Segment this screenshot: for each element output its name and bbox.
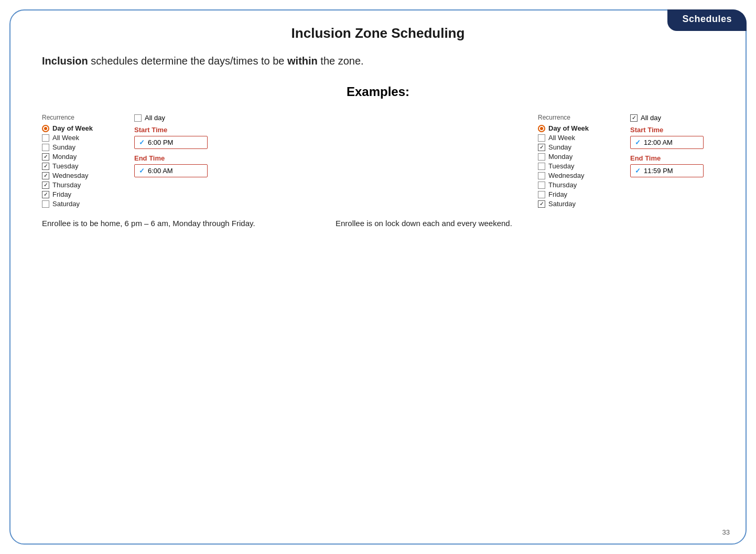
example1-option-all-week[interactable]: All Week: [42, 134, 126, 142]
example1-label-all-week: All Week: [52, 134, 79, 142]
example1-allday-row: All day: [134, 114, 218, 122]
example2-option-sunday[interactable]: Sunday: [538, 143, 622, 151]
example2-checkbox-sunday: [538, 144, 545, 151]
example1-end-time-value: 6:00 AM: [148, 167, 173, 175]
example1-checkbox-thursday: [42, 182, 49, 189]
example2-option-tuesday[interactable]: Tuesday: [538, 162, 622, 170]
example1-end-time-field[interactable]: ✓ 6:00 AM: [134, 164, 208, 177]
example2-option-monday[interactable]: Monday: [538, 153, 622, 161]
example2-label-thursday: Thursday: [548, 181, 577, 189]
example1-option-monday[interactable]: Monday: [42, 153, 126, 161]
example2-end-time-field[interactable]: ✓ 11:59 PM: [630, 164, 704, 177]
examples-heading: Examples:: [10, 84, 746, 99]
example1-label-monday: Monday: [52, 153, 77, 161]
example1-label-friday: Friday: [52, 190, 71, 198]
example2-option-saturday[interactable]: Saturday: [538, 200, 622, 208]
example2-checkbox-wednesday: [538, 172, 545, 179]
example1-radio-inner: [44, 127, 47, 130]
examples-container: Recurrence Day of Week All Week Sunday: [42, 114, 714, 209]
example2-start-time-label: Start Time: [630, 126, 714, 134]
example1-label-tuesday: Tuesday: [52, 162, 78, 170]
example1-option-thursday[interactable]: Thursday: [42, 181, 126, 189]
example2-end-time-label: End Time: [630, 154, 714, 162]
example2-allday-checkbox[interactable]: [630, 114, 638, 122]
example2-radio-inner: [540, 127, 543, 130]
intro-text-2: schedules determine the days/times to be: [88, 55, 287, 67]
example2-label-sunday: Sunday: [548, 143, 571, 151]
intro-bold-1: Inclusion: [42, 55, 88, 67]
example2-option-all-week[interactable]: All Week: [538, 134, 622, 142]
example1-checkbox-all-week: [42, 134, 49, 142]
example1-day-of-week-label: Day of Week: [52, 124, 93, 132]
example1-end-checkmark: ✓: [139, 167, 145, 175]
example1-checkbox-monday: [42, 153, 49, 161]
example2-label-wednesday: Wednesday: [548, 172, 584, 179]
example2-checkbox-friday: [538, 191, 545, 198]
example2-checkbox-thursday: [538, 182, 545, 189]
example1-checkbox-friday: [42, 191, 49, 198]
example1-label-sunday: Sunday: [52, 143, 75, 151]
example2-option-day-of-week[interactable]: Day of Week: [538, 124, 622, 132]
example1-start-time-field[interactable]: ✓ 6:00 PM: [134, 136, 208, 149]
example2-day-of-week-label: Day of Week: [548, 124, 589, 132]
example2-checkbox-tuesday: [538, 163, 545, 170]
example1-end-time-label: End Time: [134, 154, 218, 162]
example2-end-time-value: 11:59 PM: [644, 167, 673, 175]
example1-allday-label: All day: [145, 114, 165, 122]
example1-checkbox-wednesday: [42, 172, 49, 179]
example1-option-sunday[interactable]: Sunday: [42, 143, 126, 151]
intro-text: Inclusion schedules determine the days/t…: [42, 53, 746, 69]
caption2: Enrollee is on lock down each and every …: [336, 219, 512, 228]
example1-start-time-value: 6:00 PM: [148, 138, 173, 146]
captions-row: Enrollee is to be home, 6 pm – 6 am, Mon…: [42, 219, 746, 228]
example1-option-tuesday[interactable]: Tuesday: [42, 162, 126, 170]
spacer: [250, 114, 506, 209]
page-number: 33: [722, 528, 730, 536]
example2-allday-row: All day: [630, 114, 714, 122]
example1-option-wednesday[interactable]: Wednesday: [42, 172, 126, 179]
example2-checkbox-monday: [538, 153, 545, 161]
example2-label-saturday: Saturday: [548, 200, 576, 208]
intro-bold-2: within: [287, 55, 318, 67]
example1-option-saturday[interactable]: Saturday: [42, 200, 126, 208]
example2-recurrence-label: Recurrence: [538, 114, 622, 121]
example1-start-time-label: Start Time: [134, 126, 218, 134]
example2-recurrence-panel: Recurrence Day of Week All Week Sunday: [538, 114, 622, 209]
example1-label-saturday: Saturday: [52, 200, 80, 208]
example2-allday-label: All day: [641, 114, 661, 122]
example1-checkbox-sunday: [42, 144, 49, 151]
example1-recurrence-panel: Recurrence Day of Week All Week Sunday: [42, 114, 126, 209]
example1-option-friday[interactable]: Friday: [42, 190, 126, 198]
example2-label-monday: Monday: [548, 153, 573, 161]
example2-label-tuesday: Tuesday: [548, 162, 574, 170]
example1-block: Recurrence Day of Week All Week Sunday: [42, 114, 218, 209]
example2-label-all-week: All Week: [548, 134, 575, 142]
example2-option-friday[interactable]: Friday: [538, 190, 622, 198]
example1-start-checkmark: ✓: [139, 138, 145, 146]
example1-checkbox-tuesday: [42, 163, 49, 170]
example1-label-wednesday: Wednesday: [52, 172, 88, 179]
example2-start-checkmark: ✓: [635, 138, 641, 146]
caption1: Enrollee is to be home, 6 pm – 6 am, Mon…: [42, 219, 336, 228]
example2-option-wednesday[interactable]: Wednesday: [538, 172, 622, 179]
example2-option-thursday[interactable]: Thursday: [538, 181, 622, 189]
example1-radio-day-of-week: [42, 125, 49, 132]
example2-checkbox-saturday: [538, 200, 545, 208]
example1-allday-checkbox[interactable]: [134, 114, 142, 122]
example2-label-friday: Friday: [548, 190, 567, 198]
example2-block: Recurrence Day of Week All Week Sunday: [538, 114, 714, 209]
page-title: Inclusion Zone Scheduling: [10, 25, 746, 41]
schedules-tab: Schedules: [667, 9, 747, 31]
example1-checkbox-saturday: [42, 200, 49, 208]
intro-text-4: the zone.: [318, 55, 364, 67]
example2-radio-day-of-week: [538, 125, 545, 132]
example1-option-day-of-week[interactable]: Day of Week: [42, 124, 126, 132]
main-card: Schedules Inclusion Zone Scheduling Incl…: [9, 9, 747, 545]
example1-time-panel: All day Start Time ✓ 6:00 PM End Time ✓ …: [134, 114, 218, 183]
example1-recurrence-label: Recurrence: [42, 114, 126, 121]
example1-label-thursday: Thursday: [52, 181, 81, 189]
example2-end-checkmark: ✓: [635, 167, 641, 175]
example2-checkbox-all-week: [538, 134, 545, 142]
example2-time-panel: All day Start Time ✓ 12:00 AM End Time ✓…: [630, 114, 714, 183]
example2-start-time-field[interactable]: ✓ 12:00 AM: [630, 136, 704, 149]
